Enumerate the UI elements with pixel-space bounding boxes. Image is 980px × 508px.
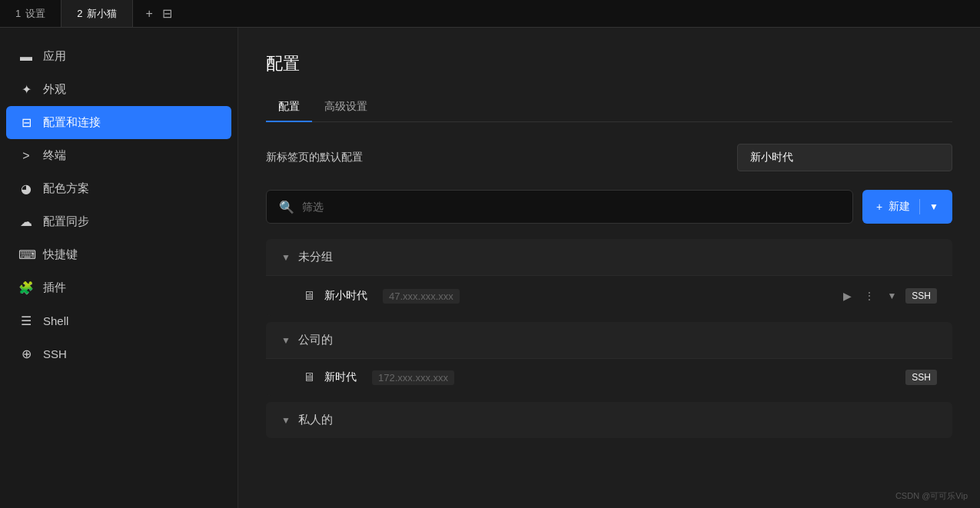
sidebar-label-color-scheme: 配色方案 [43, 181, 89, 196]
ssh-icon: ⊕ [18, 347, 34, 361]
sidebar-item-shortcuts[interactable]: ⌨ 快捷键 [0, 238, 238, 271]
new-btn-arrow: ▼ [929, 201, 938, 212]
ssh-badge-1: SSH [905, 288, 937, 304]
sidebar-label-terminal: 终端 [43, 148, 66, 163]
sidebar-item-shell[interactable]: ☰ Shell [0, 304, 238, 337]
sidebar-label-shortcuts: 快捷键 [43, 247, 78, 262]
group-header-ungrouped[interactable]: ▼ 未分组 [266, 239, 952, 275]
search-row: 🔍 + 新建 ▼ [266, 190, 952, 224]
search-icon: 🔍 [279, 200, 294, 214]
new-btn-divider [919, 199, 920, 214]
default-config-row: 新标签页的默认配置 新小时代 [266, 144, 952, 171]
chevron-private: ▼ [281, 415, 291, 426]
content-area: 配置 配置 高级设置 新标签页的默认配置 新小时代 🔍 + 新建 ▼ [238, 28, 980, 508]
tab-label-settings: 设置 [25, 7, 45, 21]
sidebar-item-config-sync[interactable]: ☁ 配置同步 [0, 205, 238, 238]
conn-host-2: 172.xxx.xxx.xxx [372, 370, 454, 385]
new-button-label: 新建 [889, 200, 910, 214]
chevron-company: ▼ [281, 335, 291, 346]
terminal-icon: > [18, 149, 34, 163]
play-icon-1[interactable]: ▶ [840, 287, 855, 305]
sidebar-item-appearance[interactable]: ✦ 外观 [0, 73, 238, 106]
tab-number-1: 1 [15, 8, 21, 19]
appearance-icon: ✦ [18, 82, 34, 97]
add-tab-icon[interactable]: + [145, 7, 152, 21]
new-button-plus: + [876, 201, 882, 213]
tab-settings[interactable]: 1 设置 [0, 0, 61, 27]
sidebar-label-apps: 应用 [43, 49, 66, 64]
tab-bar: 1 设置 2 新小猫 + ⊟ [0, 0, 980, 28]
group-private: ▼ 私人的 [266, 402, 952, 438]
tab-bar-actions: + ⊟ [133, 6, 184, 21]
sub-tab-config[interactable]: 配置 [266, 94, 312, 121]
group-header-private[interactable]: ▼ 私人的 [266, 402, 952, 438]
group-header-company[interactable]: ▼ 公司的 [266, 322, 952, 358]
default-config-value[interactable]: 新小时代 [737, 144, 952, 171]
more-icon-1[interactable]: ⋮ [861, 287, 878, 305]
conn-name-2: 新时代 [324, 370, 357, 384]
monitor-icon-2: 🖥 [303, 370, 315, 384]
shortcuts-icon: ⌨ [18, 247, 34, 262]
sub-tabs: 配置 高级设置 [266, 94, 952, 122]
sidebar-item-apps[interactable]: ▬ 应用 [0, 40, 238, 73]
connection-item-xinxiaoshidai[interactable]: 🖥 新小时代 47.xxx.xxx.xxx ▶ ⋮ ▼ SSH [266, 275, 952, 316]
tab-xinxiaomao[interactable]: 2 新小猫 [61, 0, 133, 27]
new-button[interactable]: + 新建 ▼ [862, 190, 952, 224]
color-scheme-icon: ◕ [18, 181, 34, 196]
search-box[interactable]: 🔍 [266, 190, 853, 224]
monitor-icon-1: 🖥 [303, 289, 315, 303]
group-ungrouped: ▼ 未分组 🖥 新小时代 47.xxx.xxx.xxx ▶ ⋮ ▼ SSH [266, 239, 952, 316]
chevron-ungrouped: ▼ [281, 252, 291, 263]
shell-icon: ☰ [18, 314, 34, 328]
default-config-label: 新标签页的默认配置 [266, 151, 363, 164]
config-connect-icon: ⊟ [18, 115, 34, 130]
conn-actions-2: SSH [905, 370, 937, 385]
sidebar: ▬ 应用 ✦ 外观 ⊟ 配置和连接 > 终端 ◕ 配色方案 ☁ 配置同步 ⌨ 快… [0, 28, 238, 508]
group-company: ▼ 公司的 🖥 新时代 172.xxx.xxx.xxx SSH [266, 322, 952, 396]
sidebar-label-config-connect: 配置和连接 [43, 115, 101, 130]
group-label-private: 私人的 [298, 413, 333, 427]
conn-actions-1: ▶ ⋮ ▼ SSH [840, 287, 937, 305]
connection-item-xinshidai[interactable]: 🖥 新时代 172.xxx.xxx.xxx SSH [266, 358, 952, 396]
plugins-icon: 🧩 [18, 281, 34, 295]
sidebar-item-ssh[interactable]: ⊕ SSH [0, 337, 238, 370]
layout-icon[interactable]: ⊟ [162, 6, 172, 21]
sidebar-label-ssh: SSH [43, 347, 67, 360]
group-label-ungrouped: 未分组 [298, 250, 333, 264]
sidebar-item-terminal[interactable]: > 终端 [0, 139, 238, 172]
main-layout: ▬ 应用 ✦ 外观 ⊟ 配置和连接 > 终端 ◕ 配色方案 ☁ 配置同步 ⌨ 快… [0, 28, 980, 508]
tab-number-2: 2 [77, 8, 82, 19]
config-sync-icon: ☁ [18, 214, 34, 229]
conn-host-1: 47.xxx.xxx.xxx [383, 289, 460, 304]
ssh-badge-2: SSH [905, 370, 937, 385]
expand-icon-1[interactable]: ▼ [884, 287, 899, 304]
sidebar-label-shell: Shell [43, 314, 68, 327]
sidebar-item-color-scheme[interactable]: ◕ 配色方案 [0, 172, 238, 205]
search-input[interactable] [302, 201, 840, 213]
apps-icon: ▬ [18, 50, 34, 64]
sidebar-label-config-sync: 配置同步 [43, 214, 89, 229]
conn-name-1: 新小时代 [324, 289, 367, 303]
sidebar-item-config-connect[interactable]: ⊟ 配置和连接 [6, 106, 231, 139]
sidebar-item-plugins[interactable]: 🧩 插件 [0, 271, 238, 304]
group-label-company: 公司的 [298, 333, 333, 347]
tab-label-xinxiaomao: 新小猫 [87, 7, 117, 21]
sidebar-label-appearance: 外观 [43, 82, 66, 97]
sub-tab-advanced[interactable]: 高级设置 [312, 94, 380, 121]
sidebar-label-plugins: 插件 [43, 281, 66, 295]
footer-attribution: CSDN @可可乐Vip [895, 490, 968, 502]
page-title: 配置 [266, 52, 952, 75]
